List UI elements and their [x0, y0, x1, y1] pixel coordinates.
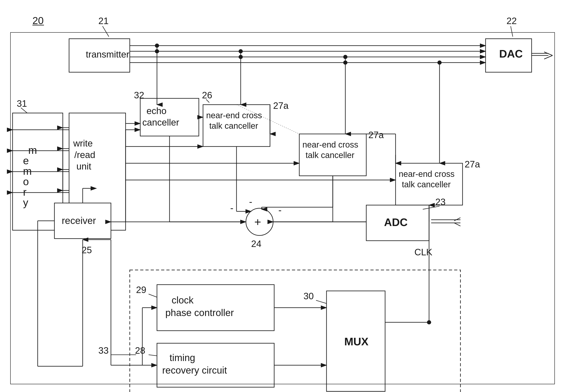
svg-text:r: r [23, 186, 27, 198]
diagram-container: 20 21 22 transmitter DAC m e m o r y wri… [0, 0, 572, 392]
svg-text:talk canceller: talk canceller [306, 151, 354, 160]
ref-25: 25 [82, 245, 92, 255]
svg-text:MUX: MUX [344, 335, 368, 348]
transmitter-label: transmitter [86, 49, 129, 60]
ref-30: 30 [303, 291, 314, 301]
ref-23: 23 [435, 197, 445, 207]
ref-20: 20 [32, 15, 44, 26]
svg-text:-: - [278, 205, 282, 216]
svg-text:echo: echo [146, 106, 166, 116]
svg-text:phase controller: phase controller [165, 307, 234, 318]
svg-text:-: - [249, 196, 252, 207]
svg-text:m: m [23, 165, 32, 177]
ref-21: 21 [98, 16, 109, 26]
dac-label: DAC [499, 48, 523, 60]
svg-text:e: e [23, 155, 29, 167]
svg-text:talk canceller: talk canceller [402, 180, 451, 189]
svg-text:near-end cross: near-end cross [206, 111, 262, 120]
ref-24: 24 [251, 239, 261, 249]
svg-text:+: + [254, 215, 261, 229]
ref-33: 33 [98, 345, 109, 356]
ref-32: 32 [134, 90, 144, 100]
ref-29: 29 [136, 285, 146, 295]
ref-27a-3: 27a [465, 159, 480, 169]
svg-text:-: - [230, 203, 233, 214]
ref-26: 26 [202, 90, 212, 100]
svg-text:talk canceller: talk canceller [209, 121, 258, 130]
svg-text:o: o [23, 176, 29, 188]
ref-27a-2: 27a [368, 130, 384, 140]
memory-label: m [28, 144, 37, 156]
svg-text:/read: /read [74, 150, 95, 160]
ref-22: 22 [507, 16, 517, 26]
svg-text:canceller: canceller [142, 117, 179, 127]
svg-text:near-end cross: near-end cross [302, 140, 358, 149]
ref-31: 31 [17, 98, 27, 109]
svg-text:timing: timing [170, 352, 195, 363]
svg-text:ADC: ADC [384, 216, 408, 228]
svg-text:near-end cross: near-end cross [399, 169, 455, 178]
ref-27a-1: 27a [273, 100, 289, 111]
svg-text:receiver: receiver [62, 215, 96, 226]
svg-text:y: y [23, 197, 28, 208]
clk-label: CLK [414, 247, 432, 257]
svg-text:recovery circuit: recovery circuit [162, 365, 227, 376]
ref-28: 28 [135, 345, 145, 356]
svg-text:unit: unit [76, 161, 91, 172]
svg-text:write: write [73, 138, 93, 148]
svg-text:clock: clock [172, 295, 194, 306]
